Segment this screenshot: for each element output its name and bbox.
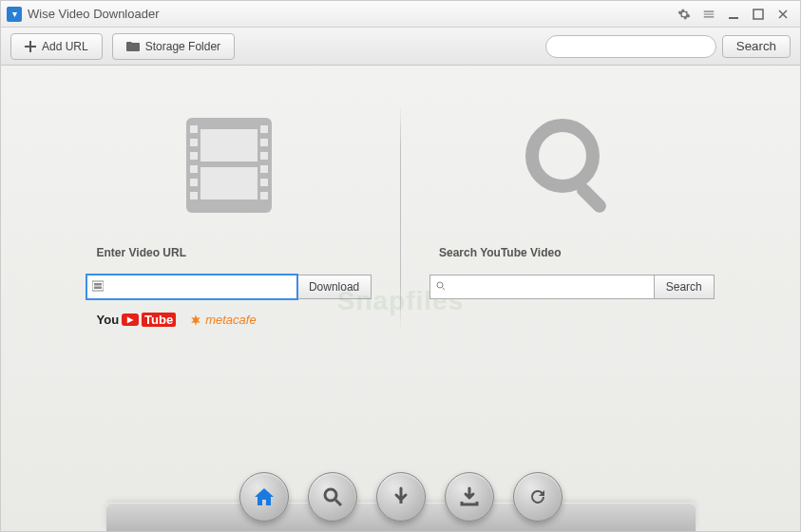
download-button[interactable]: Download (297, 275, 372, 299)
dock-search-button[interactable] (308, 472, 357, 522)
search-panel: Search YouTube Video Search (410, 104, 734, 332)
minimize-icon (728, 9, 739, 20)
dock-home-button[interactable] (239, 472, 289, 522)
svg-point-21 (532, 125, 593, 186)
toolbar-search-button[interactable]: Search (722, 35, 791, 58)
url-panel-heading: Enter Video URL (97, 246, 186, 259)
close-icon (777, 9, 789, 20)
svg-rect-22 (574, 180, 609, 216)
search-icon (321, 485, 344, 508)
folder-icon (126, 41, 140, 52)
svg-rect-1 (753, 10, 763, 19)
refresh-icon (526, 485, 549, 508)
home-icon (253, 485, 276, 508)
maximize-button[interactable] (747, 6, 770, 23)
minimize-button[interactable] (722, 6, 745, 23)
film-icon (167, 104, 291, 227)
svg-rect-6 (190, 125, 198, 133)
maximize-icon (753, 9, 764, 20)
url-input-row: Download (86, 275, 372, 299)
menu-button[interactable] (697, 6, 720, 23)
svg-rect-11 (190, 192, 198, 200)
svg-rect-4 (200, 129, 257, 162)
download-arrow-icon (390, 485, 412, 508)
metacafe-logo: metacafe (189, 313, 256, 327)
dock-download-tray-button[interactable] (445, 472, 494, 522)
settings-button[interactable] (673, 6, 696, 23)
add-url-label: Add URL (42, 40, 88, 53)
svg-rect-7 (190, 139, 198, 146)
panel-divider (400, 104, 401, 332)
close-button[interactable] (772, 6, 794, 23)
svg-rect-0 (729, 17, 738, 19)
download-tray-icon (458, 485, 481, 508)
metacafe-icon (189, 314, 202, 327)
dock-download-button[interactable] (376, 472, 426, 522)
svg-rect-9 (190, 165, 198, 173)
app-title: Wise Video Downloader (28, 7, 160, 21)
search-input-row: Search (429, 275, 715, 299)
svg-rect-16 (260, 179, 268, 186)
search-panel-heading: Search YouTube Video (439, 246, 561, 259)
svg-rect-15 (260, 165, 268, 173)
youtube-search-button[interactable]: Search (655, 275, 715, 299)
dock (1, 455, 800, 531)
svg-rect-17 (260, 192, 268, 200)
supported-sources: You▶Tube metacafe (97, 313, 257, 327)
toolbar-search-input[interactable] (545, 35, 716, 58)
titlebar: ▾ Wise Video Downloader (1, 1, 800, 28)
app-window: ▾ Wise Video Downloader Add URL Storage … (0, 0, 801, 532)
svg-rect-5 (200, 167, 257, 200)
app-icon: ▾ (7, 7, 22, 22)
svg-rect-13 (260, 139, 268, 146)
svg-rect-8 (190, 152, 198, 160)
plus-icon (25, 41, 36, 52)
toolbar: Add URL Storage Folder Search (1, 28, 800, 66)
svg-rect-10 (190, 179, 198, 186)
svg-rect-12 (260, 125, 268, 133)
gear-icon (677, 8, 691, 21)
svg-point-24 (325, 489, 336, 501)
search-large-icon (510, 104, 634, 227)
url-input[interactable] (86, 275, 297, 299)
youtube-play-icon: ▶ (122, 314, 139, 326)
panels: Enter Video URL Download You▶Tube (68, 104, 734, 332)
svg-rect-14 (260, 152, 268, 160)
storage-folder-button[interactable]: Storage Folder (112, 33, 235, 60)
url-panel: Enter Video URL Download You▶Tube (68, 104, 391, 332)
content-area: Snapfiles Enter Video URL (1, 66, 800, 531)
add-url-button[interactable]: Add URL (10, 33, 103, 60)
dock-buttons (239, 472, 563, 522)
youtube-search-input[interactable] (429, 275, 655, 299)
storage-folder-label: Storage Folder (145, 40, 220, 53)
youtube-logo: You▶Tube (97, 313, 177, 327)
menu-icon (702, 8, 715, 21)
toolbar-search-group: Search (545, 35, 791, 58)
dock-refresh-button[interactable] (513, 472, 563, 522)
